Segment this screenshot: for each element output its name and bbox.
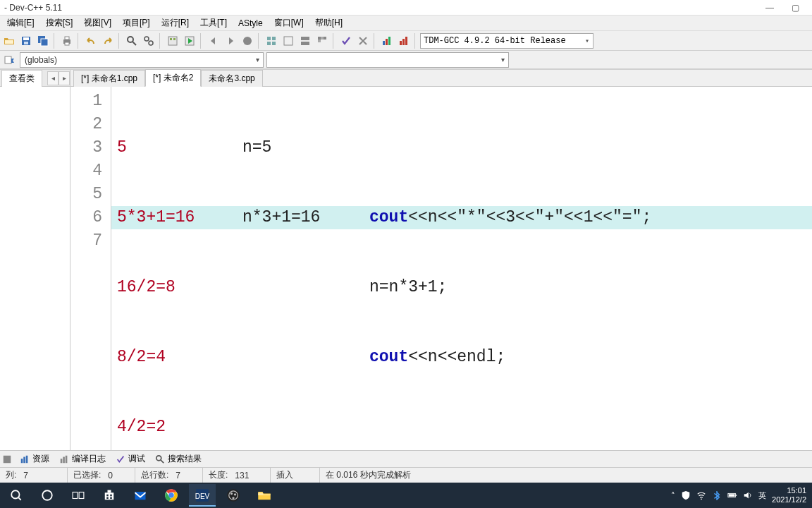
taskbar-store-icon[interactable]	[96, 484, 123, 507]
menu-window[interactable]: 窗口[W]	[269, 16, 309, 30]
code-l2c3b: <<n<<"*"<<3<<"+"<<1<<"=";	[408, 206, 651, 229]
file-tab-2[interactable]: 未命名3.cpp	[201, 70, 262, 87]
window-title: - Dev-C++ 5.11	[4, 3, 62, 13]
replace-button[interactable]	[141, 33, 156, 49]
menu-tools[interactable]: 工具[T]	[195, 16, 233, 30]
status-total: 总行数:7	[135, 468, 203, 483]
bottom-tab-debug[interactable]: 调试	[113, 453, 148, 465]
file-tab-1[interactable]: [*] 未命名2	[145, 69, 201, 87]
svg-rect-27	[383, 41, 385, 45]
code-editor[interactable]: 1 2 3 4 5 6 7 5n=5 5*3+1=16n*3+1=16cout<…	[70, 87, 812, 450]
code-l3c1: 16/2=8	[117, 276, 242, 299]
svg-rect-1	[23, 37, 29, 40]
run-button[interactable]	[182, 33, 197, 49]
svg-point-43	[42, 490, 52, 500]
bottom-tab-search-results[interactable]: 搜索结果	[152, 453, 204, 465]
menubar: 编辑[E] 搜索[S] 视图[V] 项目[P] 运行[R] 工具[T] ASty…	[0, 16, 812, 31]
tray-ime[interactable]: 英	[758, 490, 766, 501]
goto-button[interactable]	[1, 52, 17, 68]
taskbar-devcpp-icon[interactable]: DEV	[189, 484, 216, 507]
bottom-tab-compile-log[interactable]: 编译日志	[56, 453, 109, 465]
taskbar-explorer-icon[interactable]	[251, 484, 278, 507]
code-l1c2: n=5	[242, 136, 369, 159]
save-button[interactable]	[18, 33, 34, 49]
stop-button[interactable]	[240, 33, 255, 49]
clear-button[interactable]	[355, 33, 371, 49]
svg-point-54	[234, 493, 236, 495]
taskbar-obs-icon[interactable]	[220, 484, 247, 507]
lineno: 2	[70, 113, 102, 136]
lineno: 4	[70, 159, 102, 183]
maximize-button[interactable]: ▢	[782, 1, 808, 15]
profile-button[interactable]	[379, 33, 395, 49]
svg-point-15	[243, 37, 252, 45]
save-all-button[interactable]	[35, 33, 51, 49]
taskbar-taskview-icon[interactable]	[65, 484, 92, 507]
file-tabs: [*] 未命名1.cpp [*] 未命名2 未命名3.cpp	[70, 70, 812, 87]
toolbar-main: TDM-GCC 4.9.2 64-bit Release	[0, 31, 812, 51]
taskbar-mail-icon[interactable]	[127, 484, 154, 507]
check-button[interactable]	[338, 33, 354, 49]
grid2-icon[interactable]	[281, 33, 296, 49]
taskbar-cortana-icon[interactable]	[34, 484, 61, 507]
code-body[interactable]: 5n=5 5*3+1=16n*3+1=16cout<<n<<"*"<<3<<"+…	[111, 87, 812, 450]
tray-bluetooth-icon[interactable]	[712, 490, 722, 500]
tray-shield-icon[interactable]	[681, 490, 691, 500]
menu-edit[interactable]: 编辑[E]	[1, 16, 40, 30]
tray-wifi-icon[interactable]	[696, 490, 706, 500]
taskbar: DEV ˄ 英 15:01 2021/12/2	[0, 483, 812, 508]
menu-project[interactable]: 项目[P]	[117, 16, 156, 30]
status-mode: 插入	[271, 468, 320, 483]
lineno: 5	[70, 183, 102, 206]
menu-help[interactable]: 帮助[H]	[309, 16, 348, 30]
svg-rect-12	[170, 38, 172, 40]
taskbar-chrome-icon[interactable]	[158, 484, 185, 507]
svg-rect-23	[318, 37, 321, 40]
bottom-tab-icon[interactable]	[1, 454, 13, 465]
svg-rect-25	[324, 37, 326, 40]
svg-rect-4	[41, 39, 48, 46]
sidebar-arrow-left-icon[interactable]: ◂	[47, 71, 59, 85]
open-button[interactable]	[1, 33, 17, 49]
svg-point-42	[11, 490, 19, 498]
svg-text:DEV: DEV	[195, 492, 209, 500]
grid4-icon[interactable]	[314, 33, 330, 49]
code-l2c3p: cout	[369, 206, 408, 229]
svg-rect-16	[267, 37, 271, 40]
redo-button[interactable]	[100, 33, 116, 49]
minimize-button[interactable]: —	[757, 1, 782, 15]
menu-search[interactable]: 搜索[S]	[40, 16, 79, 30]
svg-rect-36	[23, 456, 25, 463]
code-l4c1: 8/2=4	[117, 346, 242, 369]
grid3-icon[interactable]	[297, 33, 313, 49]
bottom-tabs: 资源 编译日志 调试 搜索结果	[0, 450, 812, 467]
compiler-select[interactable]: TDM-GCC 4.9.2 64-bit Release	[420, 33, 593, 49]
menu-astyle[interactable]: AStyle	[233, 17, 269, 30]
nav-back-button[interactable]	[206, 33, 221, 49]
menu-run[interactable]: 运行[R]	[156, 16, 195, 30]
svg-point-48	[168, 492, 174, 498]
bottom-tab-resource[interactable]: 资源	[17, 453, 52, 465]
compile-button[interactable]	[165, 33, 180, 49]
undo-button[interactable]	[83, 33, 99, 49]
tray-chevron-up-icon[interactable]: ˄	[671, 491, 675, 500]
nav-fwd-button[interactable]	[223, 33, 238, 49]
taskbar-search-icon[interactable]	[3, 484, 30, 507]
statusbar: 列:7 已选择:0 总行数:7 长度:131 插入 在 0.016 秒内完成解析	[0, 467, 812, 483]
member-combo[interactable]	[266, 52, 509, 68]
grid1-icon[interactable]	[264, 33, 279, 49]
print-button[interactable]	[59, 33, 75, 49]
debug-profile-button[interactable]	[396, 33, 412, 49]
sidebar-arrow-right-icon[interactable]: ▸	[59, 71, 70, 85]
file-tab-0[interactable]: [*] 未命名1.cpp	[73, 70, 145, 87]
tray-clock[interactable]: 15:01 2021/12/2	[772, 486, 809, 504]
scope-combo[interactable]: (globals)	[20, 52, 264, 68]
tray-volume-icon[interactable]	[743, 490, 753, 500]
tray-battery-icon[interactable]	[727, 490, 737, 500]
menu-view[interactable]: 视图[V]	[78, 16, 117, 30]
svg-rect-26	[318, 40, 321, 42]
svg-rect-18	[267, 42, 271, 45]
find-button[interactable]	[124, 33, 140, 49]
sidebar-tab-classview[interactable]: 查看类	[1, 70, 42, 87]
svg-point-10	[149, 41, 153, 45]
